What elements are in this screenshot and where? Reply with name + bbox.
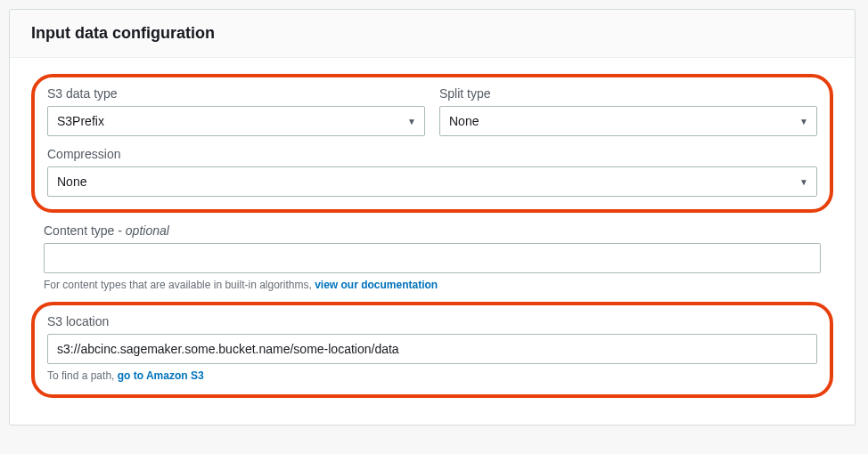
select-compression-value: None (47, 166, 817, 197)
row-data-split: S3 data type S3Prefix ▼ Split type None … (47, 86, 817, 136)
view-documentation-link[interactable]: view our documentation (315, 279, 438, 291)
s3-location-helper: To find a path, go to Amazon S3 (47, 369, 817, 382)
panel-header: Input data configuration (10, 10, 855, 58)
select-s3-data-type-value: S3Prefix (47, 106, 425, 136)
highlight-group-data-types: S3 data type S3Prefix ▼ Split type None … (31, 74, 833, 213)
panel-title: Input data configuration (31, 24, 833, 43)
highlight-group-s3-location: S3 location To find a path, go to Amazon… (31, 302, 833, 398)
label-split-type: Split type (439, 86, 817, 101)
s3-location-input[interactable] (47, 334, 817, 364)
label-s3-data-type: S3 data type (47, 86, 425, 101)
select-split-type[interactable]: None ▼ (439, 106, 817, 136)
select-compression[interactable]: None ▼ (47, 166, 817, 197)
label-content-type-text: Content type - (44, 223, 126, 238)
input-data-config-panel: Input data configuration S3 data type S3… (9, 9, 856, 426)
select-split-type-value: None (439, 106, 817, 136)
label-content-type: Content type - optional (44, 223, 821, 238)
select-s3-data-type[interactable]: S3Prefix ▼ (47, 106, 425, 136)
field-s3-data-type: S3 data type S3Prefix ▼ (47, 86, 425, 136)
content-type-helper-prefix: For content types that are available in … (44, 279, 315, 291)
field-s3-location: S3 location To find a path, go to Amazon… (47, 314, 817, 382)
go-to-s3-link[interactable]: go to Amazon S3 (118, 369, 204, 382)
content-type-helper: For content types that are available in … (44, 279, 821, 291)
panel-body: S3 data type S3Prefix ▼ Split type None … (10, 58, 855, 425)
label-compression: Compression (47, 147, 817, 161)
field-content-type: Content type - optional For content type… (31, 223, 833, 291)
row-compression: Compression None ▼ (47, 147, 817, 197)
field-compression: Compression None ▼ (47, 147, 817, 197)
field-split-type: Split type None ▼ (439, 86, 817, 136)
label-s3-location: S3 location (47, 314, 817, 328)
content-type-input[interactable] (44, 243, 821, 273)
s3-location-helper-prefix: To find a path, (47, 369, 118, 382)
label-content-type-optional: optional (126, 223, 169, 238)
